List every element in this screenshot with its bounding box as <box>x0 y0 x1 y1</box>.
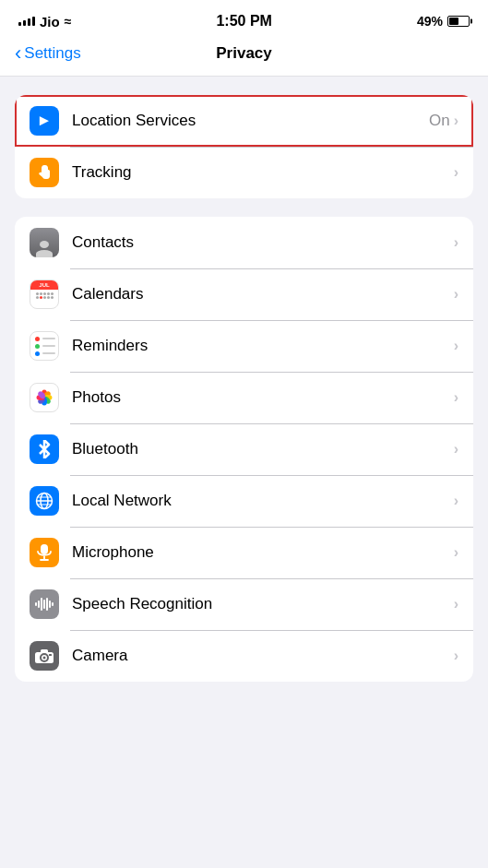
speech-recognition-chevron-icon: › <box>454 596 458 612</box>
location-arrow-icon: ► <box>37 112 53 130</box>
calendars-label: Calendars <box>72 285 454 303</box>
bluetooth-label: Bluetooth <box>72 440 454 458</box>
microphone-svg-icon <box>36 543 53 562</box>
calendars-item[interactable]: JUL Calendars › <box>15 268 473 320</box>
wifi-icon: ≈ <box>65 14 72 29</box>
reminders-icon <box>30 331 59 361</box>
location-services-right: On › <box>429 112 458 130</box>
microphone-right: › <box>454 544 458 561</box>
local-network-right: › <box>454 493 458 509</box>
speech-recognition-label: Speech Recognition <box>72 595 454 613</box>
bluetooth-svg-icon <box>36 440 53 458</box>
contacts-right: › <box>454 234 458 251</box>
svg-rect-26 <box>41 649 48 653</box>
svg-rect-20 <box>46 598 48 611</box>
bluetooth-right: › <box>454 441 458 458</box>
back-chevron-icon: ‹ <box>15 42 21 65</box>
globe-svg-icon <box>35 492 54 510</box>
microphone-label: Microphone <box>72 543 454 562</box>
contacts-label: Contacts <box>72 233 454 252</box>
waveform-svg-icon <box>34 597 54 612</box>
svg-rect-19 <box>43 600 45 609</box>
camera-icon <box>30 641 59 671</box>
location-services-label: Location Services <box>72 112 429 130</box>
back-label: Settings <box>24 44 80 63</box>
location-services-item[interactable]: ► Location Services On › <box>15 95 473 147</box>
reminders-label: Reminders <box>72 337 454 355</box>
camera-right: › <box>454 648 458 664</box>
speech-recognition-right: › <box>454 596 458 612</box>
local-network-item[interactable]: Local Network › <box>15 475 473 527</box>
tracking-svg-icon <box>35 163 54 182</box>
status-time: 1:50 PM <box>216 13 271 30</box>
speech-recognition-icon <box>30 589 59 619</box>
svg-rect-18 <box>41 598 42 611</box>
reminders-item[interactable]: Reminders › <box>15 320 473 372</box>
contacts-item[interactable]: Contacts › <box>15 217 473 268</box>
microphone-chevron-icon: › <box>454 544 458 561</box>
calendars-icon: JUL <box>30 279 59 309</box>
local-network-icon <box>30 486 59 516</box>
photos-svg-icon <box>34 387 54 408</box>
location-services-value: On <box>429 112 450 130</box>
calendars-chevron-icon: › <box>454 286 458 303</box>
local-network-chevron-icon: › <box>454 493 458 509</box>
svg-rect-27 <box>49 654 52 656</box>
photos-right: › <box>454 389 458 406</box>
tracking-right: › <box>454 164 458 181</box>
carrier-label: Jio <box>40 14 60 30</box>
reminders-chevron-icon: › <box>454 338 458 354</box>
location-services-chevron-icon: › <box>454 113 458 129</box>
svg-rect-21 <box>49 600 51 608</box>
microphone-item[interactable]: Microphone › <box>15 527 473 578</box>
microphone-icon <box>30 538 59 567</box>
signal-bars <box>18 17 35 26</box>
svg-point-25 <box>43 657 46 660</box>
bluetooth-chevron-icon: › <box>454 441 458 458</box>
content: ► Location Services On › Tracking › <box>0 77 488 719</box>
camera-item[interactable]: Camera › <box>15 630 473 682</box>
battery-percent: 49% <box>417 14 443 29</box>
status-left: Jio ≈ <box>18 14 71 30</box>
nav-bar: ‹ Settings Privacy <box>0 37 488 77</box>
local-network-label: Local Network <box>72 492 454 510</box>
back-button[interactable]: ‹ Settings <box>15 42 81 65</box>
svg-rect-16 <box>35 602 37 606</box>
camera-svg-icon <box>34 648 54 664</box>
contacts-chevron-icon: › <box>454 234 458 251</box>
permissions-section-group: Contacts › JUL <box>15 217 473 682</box>
status-right: 49% <box>417 14 470 29</box>
tracking-chevron-icon: › <box>454 164 458 181</box>
camera-chevron-icon: › <box>454 648 458 664</box>
svg-rect-17 <box>38 600 40 608</box>
photos-icon <box>30 383 59 412</box>
contacts-icon <box>30 228 59 257</box>
calendars-right: › <box>454 286 458 303</box>
svg-rect-22 <box>52 602 54 606</box>
tracking-label: Tracking <box>72 163 454 182</box>
location-services-icon: ► <box>30 106 59 136</box>
photos-item[interactable]: Photos › <box>15 372 473 423</box>
tracking-item[interactable]: Tracking › <box>15 147 473 198</box>
svg-rect-13 <box>41 544 48 554</box>
status-bar: Jio ≈ 1:50 PM 49% <box>0 0 488 37</box>
reminders-right: › <box>454 338 458 354</box>
bluetooth-item[interactable]: Bluetooth › <box>15 423 473 475</box>
speech-recognition-item[interactable]: Speech Recognition › <box>15 578 473 630</box>
page-title: Privacy <box>216 44 272 63</box>
battery-icon <box>447 16 470 27</box>
top-section-group: ► Location Services On › Tracking › <box>15 95 473 198</box>
tracking-icon <box>30 158 59 187</box>
bluetooth-icon <box>30 434 59 464</box>
camera-label: Camera <box>72 647 454 665</box>
photos-label: Photos <box>72 388 454 407</box>
photos-chevron-icon: › <box>454 389 458 406</box>
